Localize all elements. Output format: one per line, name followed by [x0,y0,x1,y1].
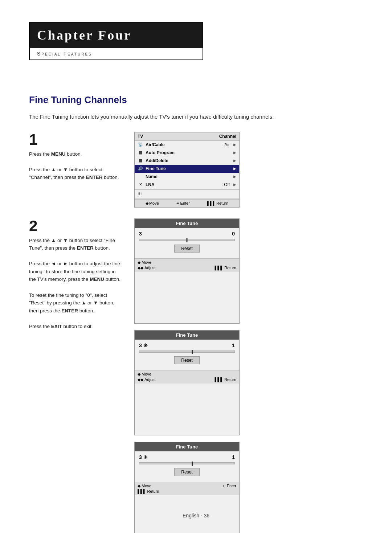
enter-label: Enter [180,201,190,205]
ft1-footer: ◆ Move ◆◆ Adjust ▌▌▌ Return [135,258,239,272]
ft3-value: 1 [232,454,235,460]
name-arrow: ▶ [233,175,236,179]
ft2-reset[interactable]: Reset [174,356,200,364]
ft2-adjust-icon: ◆◆ [138,377,143,382]
page-number: English - 36 [183,513,209,518]
ft2-footer-row1: ◆ Move [138,372,236,377]
intro-text: The Fine Tuning function lets you manual… [29,113,305,121]
page-content: Fine Tuning Channels The Fine Tuning fun… [29,94,363,533]
ft2-return-label: Return [224,377,236,382]
menu-sep2 [135,198,239,198]
return-label: Return [216,201,228,205]
ft1-channel-row: 3 0 [139,231,235,237]
footer-move: ◆ Move [146,201,159,206]
menu-row-aircable: 📡 Air/Cable : Air ▶ [135,141,239,149]
menu-row-finetune: 🔊 Fine Tune ▶ [135,165,239,173]
ft2-channel-row: 3 ✳ 1 [139,343,235,348]
ft3-channel: 3 ✳ [139,454,148,460]
menu-row-lna: ✕ LNA : Off ▶ [135,181,239,189]
finetune-label: Fine Tune [146,166,231,171]
ft1-move-label: Move [142,260,151,265]
move-label: Move [149,201,159,205]
aircable-arrow: ▶ [233,143,236,147]
ft1-header: Fine Tune [135,219,239,228]
autoprogram-label: Auto Program [146,150,231,155]
ft2-return: ▌▌▌ Return [215,377,236,382]
lna-arrow: ▶ [233,183,236,186]
step2-left: 2 Press the ▲ or ▼ button to select "Fin… [29,218,123,331]
step1-number: 1 [29,132,123,147]
chapter-subtitle: Special Features [30,48,203,60]
autoprogram-arrow: ▶ [233,151,236,155]
menu-header: TV Channel [135,132,239,141]
ft1-reset[interactable]: Reset [174,245,200,253]
ft3-header: Fine Tune [135,442,239,451]
step2-text: Press the ▲ or ▼ button to select "Fine … [29,237,123,331]
grid-icon: ▦ [138,150,143,155]
move-icon: ◆ [146,201,148,206]
ft3-slider [139,462,235,464]
aircable-label: Air/Cable [146,142,220,147]
step1-text: Press the MENU button. Press the ▲ or ▼ … [29,150,123,181]
ft3-return-label: Return [147,489,159,493]
ft1-move-icon: ◆ [138,260,140,265]
ft1-footer-row2: ◆◆ Adjust ▌▌▌ Return [138,266,236,270]
ft2-adjust: ◆◆ Adjust [138,377,156,382]
ft3-footer-row1: ◆ Move ↵ Enter [138,484,236,488]
ft3-footer-row2: ▌▌▌ Return [138,489,236,493]
menu-row-name: Name ▶ [135,173,239,181]
ft3-enter-label: Enter [227,484,236,488]
ft1-return-icon: ▌▌▌ [215,266,223,270]
ft1-thumb [187,238,188,242]
ft2-header: Fine Tune [135,331,239,340]
footer-return: ▌▌▌ Return [207,201,228,206]
ft1-footer-row1: ◆ Move [138,260,236,265]
ft3-reset[interactable]: Reset [174,468,200,476]
menu-row-adddelete: ▦ Add/Delete ▶ [135,157,239,165]
ft3-move: ◆ Move [138,484,151,488]
finetune-screen-1: Fine Tune 3 0 Reset ◆ Move [134,218,240,324]
ft2-footer-row2: ◆◆ Adjust ▌▌▌ Return [138,377,236,382]
ft2-footer: ◆ Move ◆◆ Adjust ▌▌▌ Return [135,370,239,384]
ft1-adjust: ◆◆ Adjust [138,266,156,270]
enter-icon: ↵ [176,201,180,206]
ft1-body: 3 0 Reset [135,228,239,258]
step2-block: 2 Press the ▲ or ▼ button to select "Fin… [29,218,363,533]
finetune-screen-3: Fine Tune 3 ✳ 1 Reset ◆ Move [134,442,240,533]
step2-number: 2 [29,218,123,234]
ft2-body: 3 ✳ 1 Reset [135,340,239,370]
ft3-return-icon: ▌▌▌ [138,489,146,493]
menu-misc-icon: ⁞⁞⁞ [135,190,239,197]
ft1-value: 0 [232,231,235,237]
channel-menu-mockup: TV Channel 📡 Air/Cable : Air ▶ ▦ Auto Pr… [134,132,240,208]
step1-block: 1 Press the MENU button. Press the ▲ or … [29,132,363,208]
ft1-channel: 3 [139,231,142,237]
chapter-title: Chapter Four [30,22,203,48]
ft2-move: ◆ Move [138,372,151,377]
ft3-move-label: Move [142,484,151,488]
ft3-return: ▌▌▌ Return [138,489,159,493]
adddelete-label: Add/Delete [146,158,231,163]
ft1-slider [139,239,235,241]
ft2-thumb [192,350,193,354]
ft1-adjust-label: Adjust [144,266,156,270]
ft3-body: 3 ✳ 1 Reset [135,451,239,482]
menu-footer: ◆ Move ↵ Enter ▌▌▌ Return [135,199,239,207]
ft2-move-label: Move [142,372,151,376]
step2-right-screens: Fine Tune 3 0 Reset ◆ Move [134,218,240,533]
ft3-channel-row: 3 ✳ 1 [139,454,235,460]
ft3-thumb [192,462,193,466]
ft1-adjust-icon: ◆◆ [138,266,143,270]
ft3-enter: ↵ Enter [222,484,236,488]
menu-row-autoprogram: ▦ Auto Program ▶ [135,149,239,157]
finetune-arrow: ▶ [233,167,236,171]
menu-channel-label: Channel [219,134,236,139]
ft3-move-icon: ◆ [138,484,140,488]
ft2-value: 1 [232,343,235,348]
lna-value: : Off [222,182,230,187]
ft1-return-label: Return [224,266,236,270]
ft2-move-icon: ◆ [138,372,140,377]
aircable-value: : Air [222,142,230,147]
ft1-move: ◆ Move [138,260,151,265]
footer-enter: ↵ Enter [176,201,190,206]
